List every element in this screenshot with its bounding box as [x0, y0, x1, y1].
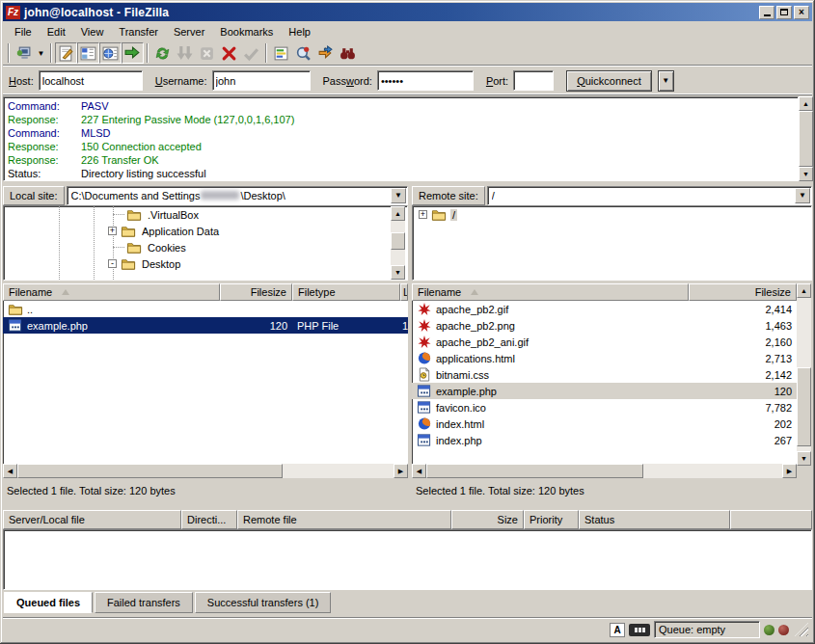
local-tree-scrollbar[interactable]: ▲ ▼ [391, 206, 405, 280]
scrollbar-thumb[interactable] [797, 367, 811, 446]
folder-icon [8, 302, 23, 316]
port-input[interactable] [513, 70, 554, 91]
menu-view[interactable]: View [73, 24, 112, 40]
tree-item-cookies[interactable]: Cookies [4, 239, 407, 255]
scroll-right-button[interactable]: ▶ [394, 464, 408, 478]
username-input[interactable] [212, 70, 311, 91]
password-input[interactable] [377, 70, 474, 91]
column-header-filesize[interactable]: Filesize [220, 283, 292, 301]
synchronized-browsing-button[interactable] [314, 42, 337, 64]
file-row[interactable]: apache_pb2.gif 2,414 [412, 301, 797, 317]
column-header-empty [730, 510, 812, 529]
scroll-left-button[interactable]: ◀ [3, 464, 17, 478]
host-input[interactable] [39, 70, 143, 91]
site-manager-dropdown[interactable]: ▼ [35, 42, 47, 64]
directory-comparison-button[interactable] [292, 42, 314, 64]
remote-list-hscrollbar[interactable]: ◀ ▶ [412, 464, 797, 478]
file-row[interactable]: bitnami.css 2,142 [412, 366, 797, 383]
column-header-filename[interactable]: Filename [3, 283, 220, 301]
queue-toggle-button[interactable] [122, 42, 144, 64]
tab-failed-transfers[interactable]: Failed transfers [95, 592, 193, 613]
tree-item-virtualbox[interactable]: .VirtualBox [4, 206, 407, 223]
find-files-button[interactable] [337, 42, 359, 64]
resize-grip[interactable] [795, 623, 808, 636]
scrollbar-thumb[interactable] [799, 111, 813, 167]
file-row-parent[interactable]: .. [3, 301, 408, 317]
scrollbar-thumb[interactable] [17, 464, 283, 478]
refresh-button[interactable] [151, 42, 174, 64]
column-header-direction[interactable]: Directi... [181, 510, 237, 529]
scroll-down-button[interactable]: ▼ [391, 265, 405, 280]
local-treeview-toggle-button[interactable] [77, 42, 99, 64]
tree-item-application-data[interactable]: + Application Data [4, 223, 407, 239]
file-row[interactable]: index.html 202 [412, 416, 797, 432]
redacted-username [201, 191, 239, 200]
menu-bookmarks[interactable]: Bookmarks [212, 24, 281, 40]
file-row[interactable]: apache_pb2_ani.gif 2,160 [412, 334, 797, 350]
scroll-down-button[interactable]: ▼ [799, 167, 813, 181]
site-manager-button[interactable] [13, 42, 35, 64]
abort-button[interactable] [240, 42, 262, 64]
column-header-lastmodified[interactable]: L [400, 283, 408, 301]
local-list-hscrollbar[interactable]: ◀ ▶ [3, 464, 408, 478]
scroll-up-button[interactable]: ▲ [391, 206, 405, 221]
close-button[interactable]: × [794, 6, 809, 19]
minimize-button[interactable] [759, 6, 774, 19]
tab-queued-files[interactable]: Queued files [4, 592, 93, 613]
column-header-filesize[interactable]: Filesize [689, 283, 797, 301]
column-header-remote-file[interactable]: Remote file [237, 510, 451, 529]
scroll-left-button[interactable]: ◀ [412, 464, 426, 478]
remote-list-vscrollbar[interactable]: ▲ ▼ [797, 283, 811, 466]
tree-item-root[interactable]: + / [413, 206, 811, 223]
transfer-type-indicator-icon[interactable]: A [610, 623, 625, 637]
column-header-filetype[interactable]: Filetype [292, 283, 400, 301]
disconnect-button[interactable] [218, 42, 240, 64]
broken-image-icon [417, 302, 432, 316]
file-row[interactable]: favicon.ico 7,782 [412, 399, 797, 416]
local-site-combobox[interactable]: C:\Documents and Settings\Desktop\ ▼ [67, 186, 408, 205]
scroll-up-button[interactable]: ▲ [797, 283, 811, 298]
log-line: Response:227 Entering Passive Mode (127,… [8, 113, 798, 126]
scroll-right-button[interactable]: ▶ [782, 464, 797, 478]
log-scrollbar[interactable]: ▲ ▼ [799, 96, 813, 181]
encryption-indicator-icon[interactable] [629, 624, 650, 636]
filter-button[interactable] [270, 42, 292, 64]
column-header-size[interactable]: Size [451, 510, 524, 529]
folder-icon [126, 240, 142, 255]
combo-dropdown-arrow[interactable]: ▼ [795, 188, 810, 203]
menu-server[interactable]: Server [166, 24, 212, 40]
column-header-status[interactable]: Status [579, 510, 730, 529]
scrollbar-thumb[interactable] [391, 232, 405, 250]
menu-help[interactable]: Help [281, 24, 318, 40]
file-row[interactable]: applications.html 2,713 [412, 350, 797, 366]
collapse-icon[interactable]: - [108, 259, 117, 268]
queue-list [3, 529, 812, 590]
maximize-icon [780, 9, 788, 15]
quickconnect-button[interactable]: Quickconnect [566, 70, 652, 92]
combo-dropdown-arrow[interactable]: ▼ [391, 188, 406, 203]
quickconnect-dropdown[interactable]: ▼ [658, 70, 674, 92]
expand-icon[interactable]: + [108, 227, 117, 235]
scroll-down-button[interactable]: ▼ [797, 451, 811, 466]
file-row[interactable]: index.php 267 [412, 432, 797, 448]
menu-edit[interactable]: Edit [40, 24, 73, 40]
cancel-operation-button[interactable] [196, 42, 218, 64]
column-header-filename[interactable]: Filename [412, 283, 689, 301]
menu-transfer[interactable]: Transfer [111, 24, 166, 40]
scroll-up-button[interactable]: ▲ [799, 96, 813, 111]
scrollbar-thumb[interactable] [426, 464, 643, 478]
file-row-selected[interactable]: example.php 120 PHP File 1 [3, 317, 408, 334]
expand-icon[interactable]: + [419, 210, 427, 219]
column-header-priority[interactable]: Priority [524, 510, 579, 529]
menu-file[interactable]: File [7, 24, 40, 40]
file-row[interactable]: apache_pb2.png 1,463 [412, 317, 797, 334]
file-row-selected[interactable]: example.php 120 [412, 383, 797, 399]
tree-item-desktop[interactable]: - Desktop [4, 255, 407, 272]
tab-successful-transfers[interactable]: Successful transfers (1) [195, 592, 332, 613]
message-log-toggle-button[interactable] [55, 42, 77, 64]
maximize-button[interactable] [776, 6, 792, 19]
column-header-server-local-file[interactable]: Server/Local file [3, 510, 181, 529]
remote-site-combobox[interactable]: / ▼ [487, 186, 812, 205]
process-queue-button[interactable] [174, 42, 196, 64]
remote-treeview-toggle-button[interactable] [99, 42, 122, 64]
